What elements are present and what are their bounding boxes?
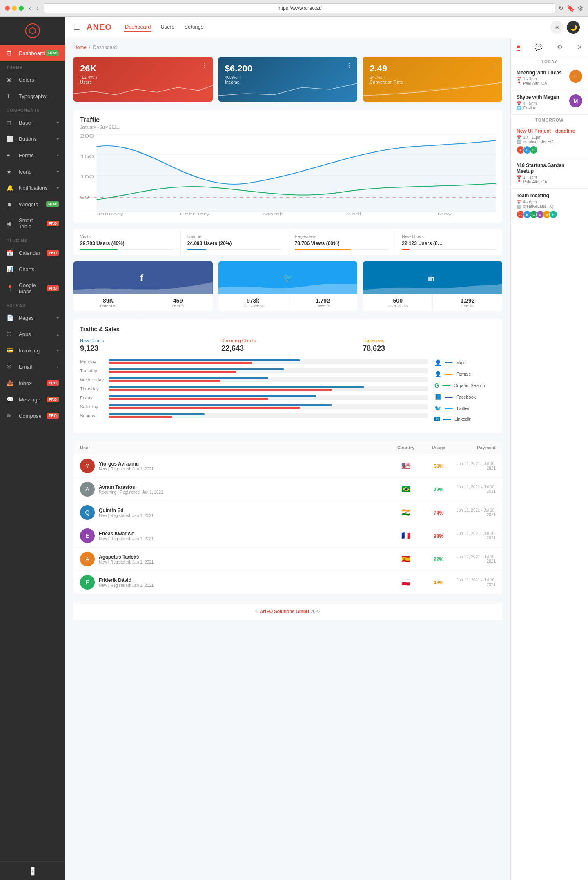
panel-close-button[interactable]: ✕ (577, 43, 582, 51)
stat-card-users: ⋮ 26K -12.4% ↓ Users (74, 57, 213, 102)
metric-recurring: Recurring Clients 22,643 (221, 338, 354, 353)
sidebar-collapse-button[interactable]: ‹ (31, 867, 34, 876)
hamburger-menu-button[interactable]: ☰ (74, 23, 80, 32)
recurring-label: Recurring Clients (221, 338, 354, 343)
usage-percent: 22% (434, 487, 443, 492)
linkedin-stats: 500CONTACTS 1.292FEEDS (363, 294, 502, 311)
breadcrumb-home[interactable]: Home (74, 45, 87, 50)
nav-link-settings[interactable]: Settings (183, 22, 204, 32)
refresh-button[interactable]: ↻ (559, 5, 564, 11)
inbox-badge: PRO (47, 380, 59, 386)
sidebar-item-smart-table[interactable]: ▦ Smart Table PRO (0, 212, 65, 234)
sidebar-label-dashboard: Dashboard (19, 50, 46, 56)
sidebar-item-calendar[interactable]: 📅 Calendar PRO (0, 245, 65, 261)
icons-icon: ★ (7, 168, 15, 175)
user-type: New | Registered: Jan 1, 2021 (99, 560, 154, 564)
settings-button[interactable]: ⚙ (577, 4, 583, 12)
user-type: New | Registered: Jan 1, 2021 (99, 467, 154, 471)
minimize-dot[interactable] (12, 6, 17, 11)
svg-text:April: April (346, 212, 361, 216)
bookmark-button[interactable]: 🔖 (567, 4, 575, 12)
sidebar-item-email[interactable]: ✉ Email ▴ (0, 359, 65, 375)
sidebar-item-apps[interactable]: ⬡ Apps ▴ (0, 326, 65, 342)
sidebar-item-base[interactable]: ◻ Base ▾ (0, 114, 65, 131)
sidebar-item-notifications[interactable]: 🔔 Notifications ▾ (0, 180, 65, 196)
traffic-sales-section: Traffic & Sales New Clients 9,123 Recurr… (74, 319, 502, 433)
right-panel-toolbar: ≡ 💬 ⚙ ✕ (511, 38, 588, 56)
sidebar-item-google-maps[interactable]: 📍 Google Maps PRO (0, 277, 65, 299)
social-card-facebook: f 89KFRIENDS 459FEEDS (74, 261, 213, 311)
logo-icon (25, 23, 40, 38)
traffic-stat-visits: Visits 29.703 Users (40%) (74, 229, 181, 255)
sidebar-item-charts[interactable]: 📊 Charts (0, 261, 65, 277)
table-row: Q Quintin Ed New | Registered: Jan 1, 20… (74, 501, 502, 524)
extras-section-label: EXTRAS (0, 299, 65, 310)
sidebar-item-icons[interactable]: ★ Icons ▾ (0, 163, 65, 180)
svg-text:f: f (140, 272, 144, 283)
url-bar[interactable]: https://www.aneo.at/ (44, 3, 555, 13)
dark-theme-button[interactable]: 🌙 (567, 21, 580, 34)
event-skype-megan: Skype with Megan 📅4 - 5pm 🌐On-line M (511, 90, 588, 115)
user-type: New | Registered: Jan 1, 2021 (99, 513, 154, 518)
day-row-thursday: Thursday (80, 386, 428, 391)
male-label: Male (456, 360, 466, 365)
google-maps-badge: PRO (47, 285, 59, 291)
panel-chat-icon[interactable]: 💬 (535, 43, 543, 51)
avatar: E (80, 528, 95, 543)
stat-card-users-menu[interactable]: ⋮ (201, 62, 208, 69)
legend-facebook-label: Facebook (456, 394, 476, 399)
light-theme-button[interactable]: ☀ (550, 21, 564, 34)
stat-card-income-menu[interactable]: ⋮ (346, 62, 352, 69)
nav-link-users[interactable]: Users (160, 22, 175, 32)
sidebar-label-apps: Apps (19, 331, 57, 337)
sidebar-item-forms[interactable]: ≡ Forms ▾ (0, 147, 65, 163)
panel-list-icon[interactable]: ≡ (517, 43, 520, 51)
day-row-friday: Friday (80, 395, 428, 400)
sidebar-item-widgets[interactable]: ▣ Widgets NEW (0, 196, 65, 212)
sidebar-item-pages[interactable]: 📄 Pages ▾ (0, 310, 65, 326)
usage-percent: 98% (434, 533, 443, 539)
stat-card-conversion-menu[interactable]: ⋮ (491, 62, 497, 69)
buttons-arrow: ▾ (57, 137, 59, 141)
sidebar-item-compose[interactable]: ✏ Compose PRO (0, 408, 65, 424)
female-icon: 👤 (434, 371, 441, 377)
maximize-dot[interactable] (19, 6, 24, 11)
back-button[interactable]: ‹ (27, 4, 33, 12)
legend-twitter: 🐦 Twitter (434, 405, 496, 412)
facebook-feeds-value: 459 (147, 297, 209, 304)
event-meta: 📅1 - 3pm (517, 77, 566, 81)
legend-twitter-label: Twitter (456, 406, 469, 411)
sidebar-item-colors[interactable]: ◉ Colors (0, 71, 65, 88)
avatar: A (80, 552, 95, 566)
sales-pageviews-value: 78,623 (363, 344, 496, 353)
event-meta: 📅4 - 6pm (517, 200, 582, 204)
forward-button[interactable]: › (35, 4, 41, 12)
traffic-sales-title: Traffic & Sales (80, 326, 496, 332)
traffic-stat-unique: Unique 24.093 Users (20%) (181, 229, 288, 255)
components-section-label: COMPONENTS (0, 104, 65, 114)
nav-link-dashboard[interactable]: Dashboard (124, 22, 152, 32)
close-dot[interactable] (5, 6, 10, 11)
sidebar-item-inbox[interactable]: 📥 Inbox PRO (0, 375, 65, 391)
sidebar-item-message[interactable]: 💬 Message PRO (0, 391, 65, 408)
widgets-badge: NEW (46, 201, 59, 207)
sidebar-label-notifications: Notifications (19, 185, 57, 191)
event-title: #10 Startups.Garden Meetup (517, 163, 582, 174)
sidebar-label-forms: Forms (19, 152, 57, 158)
sidebar-item-dashboard[interactable]: ⊞ Dashboard NEW (0, 45, 65, 61)
sales-legend: 👤 Male 👤 Female G (434, 359, 496, 426)
facebook-friends-value: 89K (77, 297, 140, 304)
stat-cards-container: ⋮ 26K -12.4% ↓ Users ⋮ $6.200 40. (74, 57, 502, 102)
sidebar-item-invoicing[interactable]: 💳 Invoicing ▾ (0, 342, 65, 359)
event-startups-meetup: #10 Startups.Garden Meetup 📅1 - 3pm 📍Pal… (511, 158, 588, 189)
payment-date: Jun 11, 2021 - Jul 10, 2021 (455, 578, 496, 587)
sidebar-label-email: Email (19, 364, 57, 370)
event-location: 📍Palo Alto, CA (517, 180, 582, 184)
tuesday-label: Tuesday (80, 368, 109, 373)
new-clients-label: New Clients (80, 338, 213, 343)
panel-settings-icon[interactable]: ⚙ (557, 43, 563, 51)
sales-bars: Monday Tuesday (80, 359, 428, 426)
sidebar-item-buttons[interactable]: ⬜ Buttons ▾ (0, 131, 65, 147)
stat-card-income-value: $6.200 (225, 63, 351, 74)
sidebar-item-typography[interactable]: T Typography (0, 88, 65, 104)
